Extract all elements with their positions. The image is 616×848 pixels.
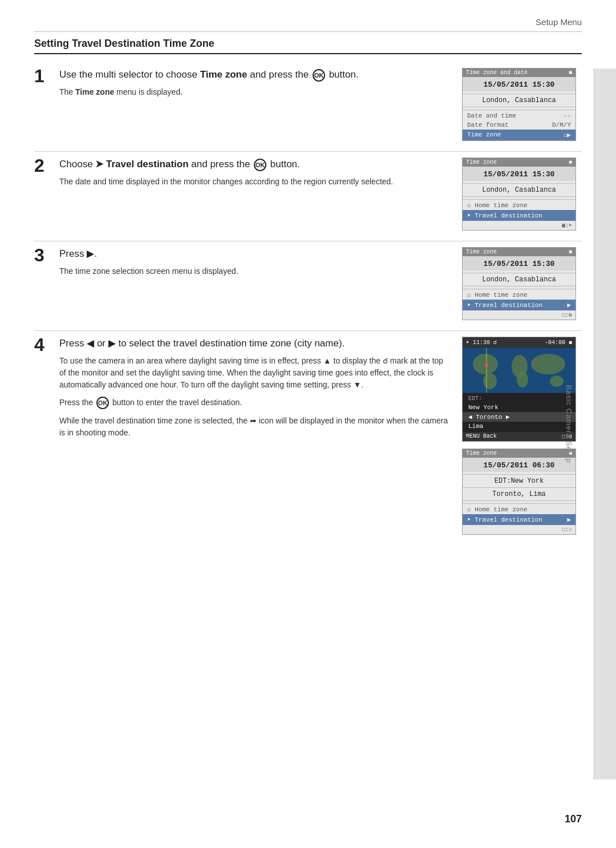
screen2-row-home: ⌂ Home time zone (463, 201, 576, 210)
svg-point-5 (531, 354, 565, 374)
step-2-main: Choose ➤ Travel destination and press th… (59, 158, 451, 171)
step-1-sub: The Time zone menu is displayed. (59, 86, 451, 98)
screen1-date: 15/05/2011 15:30 (463, 77, 576, 91)
page-number: 107 (565, 813, 582, 825)
world-region: EDT: (463, 394, 576, 403)
step-3-content: Press ▶. The time zone selection screen … (59, 247, 462, 277)
step-3-main: Press ▶. (59, 247, 451, 261)
step-2-number: 2 (34, 155, 59, 176)
world-bottom-bar: MENU Back □:☌ (463, 432, 576, 441)
screen2-row-travel: ➤ Travel destination (463, 210, 576, 221)
sidebar-label: Basic Camera Setup (565, 385, 573, 463)
step-3-image: Time zone ■ 15/05/2011 15:30 London, Cas… (462, 247, 582, 320)
step-2-content: Choose ➤ Travel destination and press th… (59, 158, 462, 188)
step-4-images: ➤ 11:30 ☌ -04:00 ■ (462, 337, 582, 535)
screen2-bottom: ▣:➤ (463, 221, 576, 230)
step-4-number: 4 (34, 334, 59, 356)
screen2-title: Time zone (466, 159, 497, 165)
svg-point-6 (550, 375, 564, 387)
ok-button-icon-3: OK (96, 397, 109, 409)
step-3-number: 3 (34, 245, 59, 266)
screen1-row-dateformat: Date formatD/M/Y (463, 120, 576, 130)
step-1-content: Use the multi selector to choose Time zo… (59, 68, 462, 98)
screen1-city: London, Casablanca (463, 94, 576, 107)
screen4b-title: Time zone (466, 450, 497, 457)
world-city-newyork: New York (463, 403, 576, 412)
screen1-row-dateandtime: Date and time-- (463, 111, 576, 120)
step-1-row: 1 Use the multi selector to choose Time … (34, 68, 582, 152)
ok-button-icon: OK (313, 69, 325, 82)
sidebar-bar: Basic Camera Setup (593, 68, 616, 780)
world-map-area (463, 348, 576, 393)
cam-screen-4b: Time zone ■ 15/05/2011 06:30 EDT:New Yor… (462, 449, 576, 535)
world-top-right: -04:00 ■ (545, 340, 572, 346)
screen1-title-bar: Time zone and date ■ (463, 68, 576, 77)
world-city-toronto: ◀ Toronto ▶ (463, 412, 576, 422)
screen4b-date: 15/05/2011 06:30 (463, 458, 576, 472)
screen3-title: Time zone (466, 249, 497, 255)
screen3-date: 15/05/2011 15:30 (463, 256, 576, 270)
screen3-icon: ■ (569, 249, 572, 255)
screen1-title: Time zone and date (466, 70, 528, 76)
section-label: Setup Menu (536, 17, 582, 27)
world-city-list: EDT: New York ◀ Toronto ▶ Lima (463, 393, 576, 432)
header-section-label: Setup Menu (34, 17, 582, 32)
page-title: Setting Travel Destination Time Zone (34, 38, 582, 54)
screen4b-city2: Toronto, Lima (463, 488, 576, 501)
world-map-svg (463, 348, 576, 393)
world-top-bar: ➤ 11:30 ☌ -04:00 ■ (463, 337, 576, 348)
screen3-title-bar: Time zone ■ (463, 248, 576, 256)
screen2-title-bar: Time zone ■ (463, 158, 576, 167)
step-4-row: 4 Press ◀ or ▶ to select the travel dest… (34, 337, 582, 545)
step-4-content: Press ◀ or ▶ to select the travel destin… (59, 337, 462, 439)
screen3-city: London, Casablanca (463, 273, 576, 286)
step-4-sub-1: To use the camera in an area where dayli… (59, 355, 451, 391)
screen2-date: 15/05/2011 15:30 (463, 167, 576, 181)
screen4b-bottom: □:☉ (463, 525, 576, 534)
cam-screen-1: Time zone and date ■ 15/05/2011 15:30 Lo… (462, 68, 576, 141)
cam-screen-2: Time zone ■ 15/05/2011 15:30 London, Cas… (462, 158, 576, 231)
ok-button-icon-2: OK (254, 159, 266, 171)
screen3-bottom: □:⚙ (463, 310, 576, 320)
step-2-row: 2 Choose ➤ Travel destination and press … (34, 158, 582, 241)
step-4-sub-3: While the travel destination time zone i… (59, 415, 451, 439)
step-1-image: Time zone and date ■ 15/05/2011 15:30 Lo… (462, 68, 582, 141)
step-4-main: Press ◀ or ▶ to select the travel destin… (59, 337, 451, 350)
svg-point-4 (517, 371, 528, 387)
screen2-icon: ■ (569, 159, 572, 165)
svg-point-8 (485, 364, 488, 367)
world-top-left: ➤ 11:30 ☌ (466, 339, 497, 346)
cam-screen-3: Time zone ■ 15/05/2011 15:30 London, Cas… (462, 247, 576, 320)
world-city-lima: Lima (463, 422, 576, 431)
screen3-row-home: ⌂ Home time zone (463, 290, 576, 300)
step-1-number: 1 (34, 66, 59, 87)
svg-point-2 (483, 373, 497, 389)
step-2-sub: The date and time displayed in the monit… (59, 176, 451, 188)
world-screen: ➤ 11:30 ☌ -04:00 ■ (462, 337, 576, 442)
world-back-label: MENU Back (466, 433, 497, 440)
step-4-sub-2: Press the OK button to enter the travel … (59, 397, 451, 409)
screen1-row-timezone: Time zone⌂▶ (463, 130, 576, 140)
screen4b-title-bar: Time zone ■ (463, 449, 576, 458)
screen3-row-travel: ➤ Travel destination▶ (463, 300, 576, 310)
page: Setup Menu Setting Travel Destination Ti… (0, 0, 616, 848)
screen2-city: London, Casablanca (463, 183, 576, 197)
screen4b-city1: EDT:New York (463, 474, 576, 488)
screen1-icon: ■ (569, 70, 572, 76)
step-3-sub: The time zone selection screen menu is d… (59, 265, 451, 277)
step-1-main: Use the multi selector to choose Time zo… (59, 68, 451, 82)
screen4b-row-travel: ➤ Travel destination▶ (463, 514, 576, 525)
screen4b-row-home: ⌂ Home time zone (463, 505, 576, 514)
step-3-row: 3 Press ▶. The time zone selection scree… (34, 247, 582, 331)
step-2-image: Time zone ■ 15/05/2011 15:30 London, Cas… (462, 158, 582, 231)
